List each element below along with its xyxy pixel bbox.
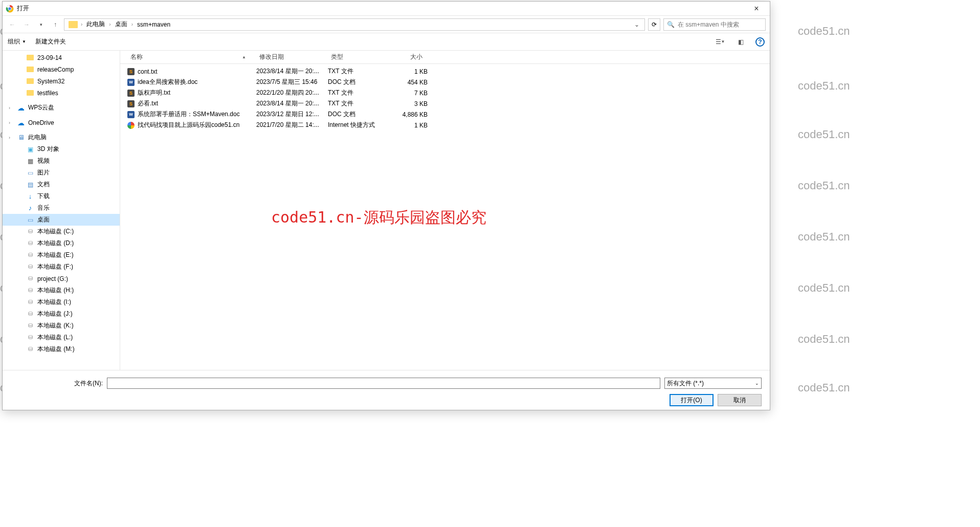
tree-item[interactable]: ⛁本地磁盘 (D:) — [3, 237, 120, 249]
tree-item[interactable]: 23-09-14 — [3, 52, 120, 63]
tree-item[interactable]: ›🖥此电脑 — [3, 131, 120, 143]
watermark-bg: code51.cn — [798, 79, 850, 93]
view-options-button[interactable]: ☰ ▼ — [715, 36, 726, 48]
breadcrumb-seg-pc[interactable]: 此电脑 — [84, 19, 107, 30]
navbar: ← → ▾ ↑ › 此电脑 › 桌面 › ssm+maven ⌄ ⟳ 🔍 — [3, 16, 770, 33]
open-button[interactable]: 打开(O) — [670, 394, 714, 406]
disk-icon: ⛁ — [26, 287, 34, 295]
filetype-select[interactable]: 所有文件 (*.*)⌄ — [664, 378, 762, 389]
tree-label: 下载 — [37, 192, 50, 201]
search-icon: 🔍 — [667, 21, 675, 28]
file-size: 4,886 KB — [387, 111, 428, 118]
tree-label: 3D 对象 — [37, 145, 59, 153]
titlebar: 打开 × — [3, 2, 770, 16]
file-type: Internet 快捷方式 — [328, 121, 387, 129]
column-name[interactable]: 名称▲ — [126, 53, 255, 61]
tree-item[interactable]: ⛁本地磁盘 (L:) — [3, 332, 120, 343]
breadcrumb-dropdown[interactable]: ⌄ — [632, 21, 641, 28]
file-date: 2021/7/20 星期二 14:... — [256, 121, 328, 129]
preview-pane-button[interactable]: ◧ — [735, 36, 746, 48]
help-button[interactable]: ? — [755, 37, 765, 47]
tree-item[interactable]: ▤文档 — [3, 179, 120, 190]
recent-dropdown[interactable]: ▾ — [35, 19, 47, 30]
disk-icon: ⛁ — [26, 322, 34, 330]
column-size[interactable]: 大小 — [386, 53, 427, 61]
column-date[interactable]: 修改日期 — [255, 53, 327, 61]
file-date: 2023/8/14 星期一 20:... — [256, 67, 328, 76]
file-row[interactable]: S版权声明.txt2022/1/20 星期四 20:...TXT 文件7 KB — [120, 87, 770, 98]
new-folder-button[interactable]: 新建文件夹 — [35, 37, 66, 46]
cancel-button[interactable]: 取消 — [718, 394, 762, 406]
folder-icon — [26, 65, 34, 74]
tree-item[interactable]: ⛁本地磁盘 (F:) — [3, 261, 120, 273]
tree-label: 本地磁盘 (H:) — [37, 286, 74, 295]
tree-item[interactable]: ▭桌面 — [3, 214, 120, 226]
file-date: 2023/3/12 星期日 12:... — [256, 110, 328, 119]
tree-item[interactable]: ⛁本地磁盘 (E:) — [3, 249, 120, 261]
tree-item[interactable]: ⛁本地磁盘 (H:) — [3, 284, 120, 296]
column-type[interactable]: 类型 — [327, 53, 386, 61]
file-name: cont.txt — [138, 68, 256, 75]
back-button[interactable]: ← — [7, 19, 18, 30]
toolbar: 组织 ▼ 新建文件夹 ☰ ▼ ◧ ? — [3, 33, 770, 51]
tree-item[interactable]: ♪音乐 — [3, 202, 120, 214]
close-button[interactable]: × — [746, 4, 767, 13]
tree-item[interactable]: ⛁本地磁盘 (C:) — [3, 226, 120, 237]
tree-item[interactable]: ↓下载 — [3, 190, 120, 202]
disk-icon: ⛁ — [26, 298, 34, 306]
tree-item[interactable]: testfiles — [3, 87, 120, 99]
file-row[interactable]: W系统部署手册适用：SSM+Maven.doc2023/3/12 星期日 12:… — [120, 109, 770, 120]
tree-label: testfiles — [37, 90, 58, 97]
file-name: 找代码找项目就上源码乐园code51.cn — [138, 121, 256, 129]
column-header: 名称▲ 修改日期 类型 大小 — [120, 51, 770, 64]
tree-item[interactable]: ▣3D 对象 — [3, 143, 120, 155]
tree-item[interactable]: ⛁本地磁盘 (K:) — [3, 320, 120, 332]
tree-item[interactable]: ⛁本地磁盘 (M:) — [3, 343, 120, 355]
file-date: 2023/7/5 星期三 15:46 — [256, 78, 328, 86]
tree-item[interactable]: ⛁本地磁盘 (J:) — [3, 308, 120, 320]
tree-label: 桌面 — [37, 215, 50, 224]
tree-label: 文档 — [37, 180, 50, 189]
watermark-bg: code51.cn — [798, 381, 850, 394]
disk-icon: ⛁ — [26, 251, 34, 259]
dialog-body: 23-09-14releaseCompSystem32testfiles›☁WP… — [3, 51, 770, 370]
tree-item[interactable]: releaseComp — [3, 63, 120, 75]
breadcrumb-seg-folder[interactable]: ssm+maven — [135, 20, 172, 29]
disk-icon: ⛁ — [26, 263, 34, 271]
file-icon — [126, 121, 136, 129]
file-row[interactable]: 找代码找项目就上源码乐园code51.cn2021/7/20 星期二 14:..… — [120, 120, 770, 130]
filename-input[interactable] — [107, 378, 660, 389]
tree-label: 本地磁盘 (F:) — [37, 262, 73, 271]
tree-item[interactable]: ▭图片 — [3, 167, 120, 179]
search-input[interactable] — [678, 21, 762, 28]
file-list[interactable]: Scont.txt2023/8/14 星期一 20:...TXT 文件1 KBW… — [120, 64, 770, 370]
tree-item[interactable]: ⛁project (G:) — [3, 273, 120, 284]
refresh-button[interactable]: ⟳ — [648, 18, 660, 31]
tree-item[interactable]: ▦视频 — [3, 155, 120, 167]
file-row[interactable]: S必看.txt2023/8/14 星期一 20:...TXT 文件3 KB — [120, 98, 770, 109]
sidebar-tree[interactable]: 23-09-14releaseCompSystem32testfiles›☁WP… — [3, 51, 120, 370]
file-row[interactable]: Scont.txt2023/8/14 星期一 20:...TXT 文件1 KB — [120, 66, 770, 77]
breadcrumb-seg-desktop[interactable]: 桌面 — [113, 19, 129, 30]
tree-label: 视频 — [37, 157, 50, 165]
tree-item[interactable]: ›☁WPS云盘 — [3, 102, 120, 114]
file-size: 454 KB — [387, 79, 428, 86]
file-row[interactable]: Widea全局搜索替换.doc2023/7/5 星期三 15:46DOC 文档4… — [120, 77, 770, 87]
music-icon: ♪ — [26, 204, 34, 212]
tree-item[interactable]: ›☁OneDrive — [3, 117, 120, 128]
tree-label: OneDrive — [28, 119, 54, 126]
tree-label: 本地磁盘 (L:) — [37, 333, 73, 342]
search-box[interactable]: 🔍 — [663, 18, 766, 31]
forward-button[interactable]: → — [21, 19, 32, 30]
file-size: 7 KB — [387, 90, 428, 97]
tree-item[interactable]: ⛁本地磁盘 (I:) — [3, 296, 120, 308]
chevron-right-icon: › — [109, 21, 110, 27]
watermark-bg: code51.cn — [798, 230, 850, 244]
tree-item[interactable]: System32 — [3, 75, 120, 87]
up-button[interactable]: ↑ — [50, 19, 61, 30]
disk-icon: ⛁ — [26, 345, 34, 354]
disk-icon: ⛁ — [26, 228, 34, 236]
file-icon: W — [126, 78, 136, 86]
breadcrumb[interactable]: › 此电脑 › 桌面 › ssm+maven ⌄ — [64, 18, 645, 31]
organize-menu[interactable]: 组织 ▼ — [8, 37, 26, 46]
